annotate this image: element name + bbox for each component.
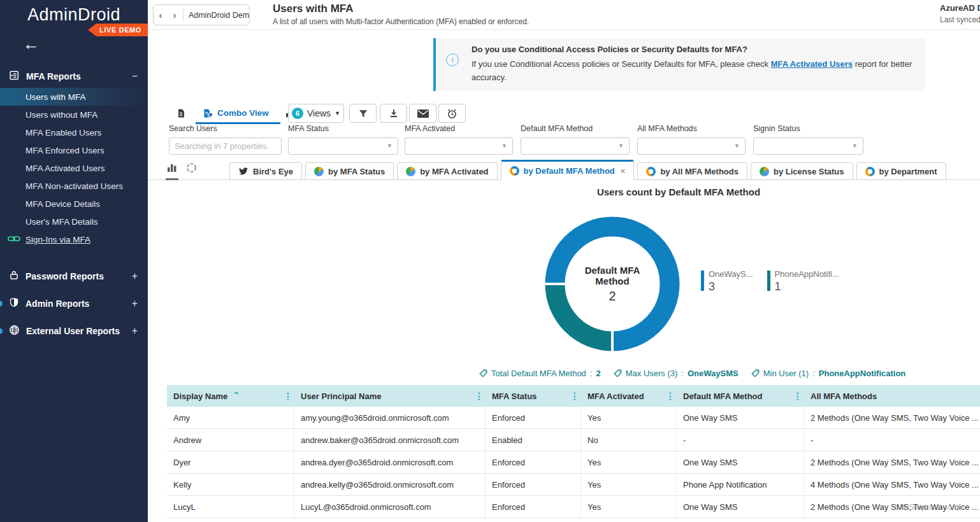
- tag-icon: [479, 369, 487, 377]
- tab-birds-eye[interactable]: Bird's Eye: [229, 162, 302, 180]
- signin-status-select[interactable]: ▼: [753, 138, 863, 155]
- item-label: MFA Non-activated Users: [25, 181, 123, 191]
- tenant-dropdown[interactable]: AdminDroid Dem... ▼: [185, 11, 249, 20]
- email-button[interactable]: [409, 104, 436, 123]
- cell-display-name: Dyer: [167, 451, 294, 473]
- cell-mfa-activated: Yes: [581, 496, 677, 518]
- page-title: Users with MFA: [273, 3, 529, 15]
- live-demo-badge: LIVE DEMO: [88, 24, 148, 36]
- grid-view-button[interactable]: [167, 108, 195, 118]
- tab-by-all-mfa-methods[interactable]: by All MFA Methods: [637, 162, 747, 180]
- tab-by-department[interactable]: by Department: [856, 162, 946, 180]
- sidebar-back-button[interactable]: ←: [23, 36, 40, 52]
- column-menu-icon[interactable]: ⋮: [666, 391, 675, 401]
- table-row[interactable]: Dyer andrea.dyer@o365droid.onmicrosoft.c…: [167, 451, 980, 474]
- table-row[interactable]: Andrew andrew.baker@o365droid.onmicrosof…: [167, 429, 980, 451]
- chart-type-donut-button[interactable]: [186, 162, 197, 178]
- cell-all-mfa-methods: -: [804, 429, 980, 451]
- cell-mfa-status: Enabled: [486, 429, 581, 451]
- column-label: All MFA Methods: [811, 392, 877, 401]
- cell-upn: amy.young@o365droid.onmicrosoft.com: [294, 407, 486, 428]
- sidebar: AdminDroid LIVE DEMO ← MFA Reports − Use…: [0, 0, 148, 522]
- users-table: Display Name⌃⋮ User Principal Name⋮ MFA …: [167, 385, 980, 518]
- expand-plus-icon: +: [132, 298, 138, 309]
- combo-view-button[interactable]: Combo View: [195, 108, 277, 118]
- back-arrow-icon: ←: [23, 34, 40, 53]
- mfa-activated-select[interactable]: ▼: [405, 138, 513, 155]
- column-menu-icon[interactable]: ⋮: [475, 391, 484, 401]
- chevron-down-icon: ▼: [618, 143, 624, 149]
- combo-view-label: Combo View: [217, 108, 269, 118]
- stat-max-users: Max Users (3):OneWaySMS: [614, 369, 739, 378]
- mfa-status-select[interactable]: ▼: [288, 138, 398, 155]
- last-synced-label: Last synced: [940, 15, 980, 24]
- nav-back-button[interactable]: ‹: [154, 10, 168, 20]
- collapse-minus-icon: −: [132, 71, 138, 82]
- item-label: MFA Activated Users: [25, 164, 105, 173]
- sidebar-section-external-user-reports[interactable]: External User Reports +: [0, 317, 148, 344]
- download-icon: [389, 108, 399, 118]
- stat-value: 2: [596, 369, 600, 378]
- column-menu-icon[interactable]: ⋮: [570, 391, 579, 401]
- sidebar-item-mfa-enabled-users[interactable]: MFA Enabled Users: [0, 123, 148, 141]
- mfa-activated-users-link[interactable]: MFA Activated Users: [771, 59, 853, 69]
- column-header-mfa-activated[interactable]: MFA Activated⋮: [581, 385, 677, 407]
- expand-plus-icon: +: [132, 325, 138, 337]
- legend-text: OneWayS... 3: [709, 269, 753, 293]
- sidebar-item-mfa-non-activated-users[interactable]: MFA Non-activated Users: [0, 177, 148, 195]
- sidebar-item-users-without-mfa[interactable]: Users without MFA: [0, 106, 148, 123]
- table-row[interactable]: Kelly andrea.kelly@o365droid.onmicrosoft…: [167, 474, 980, 496]
- sidebar-item-users-mfa-details[interactable]: User's MFA Details: [0, 213, 148, 230]
- sidebar-item-mfa-enforced-users[interactable]: MFA Enforced Users: [0, 141, 148, 159]
- column-menu-icon[interactable]: ⋮: [284, 391, 292, 401]
- default-mfa-method-select[interactable]: ▼: [521, 138, 630, 155]
- filter-button[interactable]: [349, 104, 377, 123]
- all-mfa-methods-select[interactable]: ▼: [637, 138, 746, 155]
- sidebar-item-signins-via-mfa[interactable]: Sign-Ins via MFA: [0, 230, 148, 248]
- column-menu-icon[interactable]: ⋮: [793, 391, 802, 401]
- column-header-all-mfa-methods[interactable]: All MFA Methods: [804, 385, 980, 407]
- chevron-down-icon: ▼: [335, 110, 340, 116]
- tenant-navbox: ‹ › AdminDroid Dem... ▼: [153, 4, 250, 25]
- expand-plus-icon: +: [132, 271, 138, 282]
- sidebar-section-admin-reports[interactable]: Admin Reports +: [0, 290, 148, 317]
- column-header-upn[interactable]: User Principal Name⋮: [294, 385, 486, 407]
- legend-item-onewaysms[interactable]: OneWayS... 3: [701, 269, 753, 293]
- cell-mfa-activated: Yes: [581, 451, 677, 473]
- cell-mfa-status: Enforced: [486, 451, 581, 473]
- nav-forward-button[interactable]: ›: [168, 10, 182, 20]
- tag-icon: [751, 369, 760, 377]
- column-header-mfa-status[interactable]: MFA Status⋮: [486, 385, 581, 407]
- sidebar-item-users-with-mfa[interactable]: Users with MFA: [0, 88, 148, 106]
- tab-by-mfa-status[interactable]: by MFA Status: [305, 162, 394, 180]
- schedule-button[interactable]: [438, 104, 466, 123]
- sidebar-section-password-reports[interactable]: Password Reports +: [0, 262, 148, 290]
- chart-type-bar-button[interactable]: [167, 163, 177, 178]
- tab-by-mfa-activated[interactable]: by MFA Activated: [397, 162, 497, 180]
- cell-default-mfa-method: -: [677, 429, 804, 451]
- column-header-default-mfa-method[interactable]: Default MFA Method⋮: [677, 385, 804, 407]
- sidebar-section-mfa-reports[interactable]: MFA Reports −: [0, 65, 148, 88]
- table-row[interactable]: LucyL LucyL@o365droid.onmicrosoft.com En…: [167, 496, 980, 518]
- search-input[interactable]: [169, 138, 282, 155]
- views-dropdown-button[interactable]: 6 Views ▼: [288, 104, 344, 123]
- app-window: AdminDroid LIVE DEMO ← MFA Reports − Use…: [0, 0, 980, 522]
- notification-dot: [0, 328, 3, 334]
- sidebar-item-mfa-device-details[interactable]: MFA Device Details: [0, 195, 148, 213]
- table-row[interactable]: Amy amy.young@o365droid.onmicrosoft.com …: [167, 407, 980, 429]
- tab-by-default-mfa-method[interactable]: by Default MFA Method ×: [501, 160, 635, 180]
- download-button[interactable]: [380, 104, 407, 123]
- tab-label: by License Status: [774, 167, 844, 176]
- chart-title: Users count by Default MFA Method: [551, 187, 806, 197]
- view-switcher: Combo View: [167, 104, 305, 122]
- chevron-right-icon: ›: [173, 10, 177, 20]
- pie-chart-icon: [760, 167, 769, 176]
- legend-item-phoneappnotification[interactable]: PhoneAppNotifi... 1: [767, 269, 839, 293]
- close-icon[interactable]: ×: [621, 166, 626, 176]
- cell-mfa-activated: No: [581, 429, 677, 451]
- cell-mfa-status: Enforced: [486, 407, 581, 428]
- column-header-display-name[interactable]: Display Name⌃⋮: [167, 385, 294, 407]
- tab-by-license-status[interactable]: by License Status: [751, 162, 853, 180]
- banner-text: If you use Conditional Access policies o…: [472, 59, 771, 69]
- sidebar-item-mfa-activated-users[interactable]: MFA Activated Users: [0, 159, 148, 177]
